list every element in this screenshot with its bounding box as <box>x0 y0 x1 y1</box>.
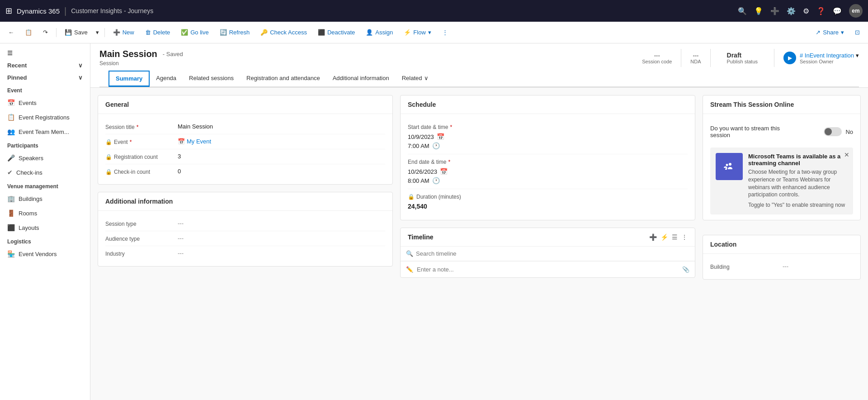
teams-close-button[interactable]: ✕ <box>844 151 849 158</box>
start-date-calendar-icon[interactable]: 📅 <box>437 133 444 140</box>
teams-title: Microsoft Teams is available as a stream… <box>748 153 848 167</box>
stream-toggle-label: Do you want to stream this session <box>710 125 783 138</box>
module-name: Customer Insights - Journeys <box>71 7 153 14</box>
timeline-add-icon[interactable]: ➕ <box>649 233 657 241</box>
additional-info-title: Additional information <box>98 192 392 211</box>
owner-info: # InEvent Integration ▾ Session Owner <box>800 52 859 64</box>
tab-agenda[interactable]: Agenda <box>150 70 183 87</box>
end-time-clock-icon[interactable]: 🕐 <box>432 177 440 184</box>
timeline-filter-icon[interactable]: ⚡ <box>660 233 668 241</box>
add-icon[interactable]: ➕ <box>770 7 779 15</box>
end-date-value[interactable]: 10/26/2023 <box>408 168 437 175</box>
sidebar-item-events[interactable]: 📅 Events <box>0 95 90 110</box>
building-value[interactable]: --- <box>783 263 853 270</box>
sidebar-item-vendors[interactable]: 🏪 Event Vendors <box>0 247 90 261</box>
checkaccess-button[interactable]: 🔑 Check Access <box>256 26 311 38</box>
share-button[interactable]: ↗ Share ▾ <box>811 26 849 38</box>
more-button[interactable]: ⋮ <box>438 26 453 38</box>
help-icon[interactable]: ❓ <box>816 7 826 15</box>
lightbulb-icon[interactable]: 💡 <box>754 7 763 15</box>
toggle-track[interactable] <box>824 127 842 136</box>
brand-separator: | <box>64 6 66 16</box>
timeline-note-row: ✏️ 📎 <box>401 261 695 277</box>
attachment-icon[interactable]: 📎 <box>682 266 689 273</box>
session-type-value[interactable]: --- <box>178 220 385 227</box>
stream-toggle-row: Do you want to stream this session No <box>710 119 853 144</box>
end-time-row: 8:00 AM 🕐 <box>408 177 688 184</box>
tab-additional-info[interactable]: Additional information <box>326 70 396 87</box>
settings-icon[interactable]: ⚙ <box>803 7 809 15</box>
sidebar-item-speakers[interactable]: 🎤 Speakers <box>0 151 90 165</box>
start-time-clock-icon[interactable]: 🕐 <box>432 142 440 149</box>
record-title: Main Session <box>99 49 157 59</box>
owner-name[interactable]: # InEvent Integration <box>800 52 854 59</box>
event-value[interactable]: 📅 My Event <box>178 138 385 145</box>
chat-icon[interactable]: 💬 <box>833 7 842 15</box>
save-dropdown-button[interactable]: ▾ <box>94 26 101 38</box>
additional-info-body: Session type --- Audience type --- Indus… <box>98 211 392 266</box>
timeline-search-input[interactable] <box>416 250 689 257</box>
start-date-value[interactable]: 10/9/2023 <box>408 133 434 140</box>
checkins-label: Check-ins <box>16 169 42 176</box>
audience-type-value[interactable]: --- <box>178 235 385 242</box>
schedule-card: Schedule Start date & time * 10/9/2023 📅 <box>400 95 695 220</box>
golive-button[interactable]: ✅ Go live <box>176 26 213 38</box>
tab-summary[interactable]: Summary <box>108 71 150 87</box>
sidebar-item-checkins[interactable]: ✔ Check-ins <box>0 165 90 180</box>
duration-value: 24,540 <box>408 203 688 210</box>
refresh-button[interactable]: 🔄 Refresh <box>215 26 255 38</box>
new-icon: ➕ <box>113 29 120 36</box>
sidebar-item-event-registrations[interactable]: 📋 Event Registrations <box>0 110 90 124</box>
user-avatar[interactable]: em <box>849 4 863 18</box>
timeline-more-icon[interactable]: ⋮ <box>681 233 688 241</box>
app-name: Dynamics 365 <box>17 7 60 15</box>
filter-icon[interactable]: ⚙️ <box>787 7 796 15</box>
new-button[interactable]: ➕ New <box>108 26 139 38</box>
tab-related[interactable]: Related ∨ <box>396 70 435 87</box>
end-date-calendar-icon[interactable]: 📅 <box>440 168 448 175</box>
session-code-label: Session code <box>642 59 672 64</box>
session-title-value[interactable]: Main Session <box>178 123 385 130</box>
duration-label: 🔒 Duration (minutes) <box>408 194 688 200</box>
checkin-count-value: 0 <box>178 168 385 175</box>
forward-button[interactable]: ↷ <box>38 26 52 38</box>
sidebar-collapse-toggle[interactable]: ☰ <box>0 47 90 59</box>
top-navigation-bar: ⊞ Dynamics 365 | Customer Insights - Jou… <box>0 0 868 22</box>
screen-expand-button[interactable]: ⊡ <box>850 26 864 38</box>
sidebar-item-event-team[interactable]: 👥 Event Team Mem... <box>0 124 90 139</box>
event-label: 🔒 Event * <box>105 138 178 145</box>
content-area: Main Session - Saved Session --- Session… <box>90 43 868 400</box>
tabs-bar: Summary Agenda Related sessions Registra… <box>99 70 859 87</box>
related-chevron: ∨ <box>424 75 429 81</box>
delete-button[interactable]: 🗑 Delete <box>141 26 175 38</box>
grid-icon[interactable]: ⊞ <box>5 6 12 16</box>
end-time-value[interactable]: 8:00 AM <box>408 177 429 184</box>
stream-toggle-switch[interactable]: No <box>824 127 853 136</box>
start-time-value[interactable]: 7:00 AM <box>408 143 429 149</box>
share-icon: ↗ <box>816 29 821 36</box>
recent-collapse[interactable]: Recent ∨ <box>0 59 90 71</box>
assign-button[interactable]: 👤 Assign <box>361 26 397 38</box>
back-button[interactable]: ← <box>4 26 19 38</box>
sidebar-item-rooms[interactable]: 🚪 Rooms <box>0 206 90 220</box>
owner-chevron[interactable]: ▾ <box>856 52 859 59</box>
sidebar-item-layouts[interactable]: ⬛ Layouts <box>0 220 90 235</box>
teams-desc: Choose Meeting for a two-way group exper… <box>748 168 848 199</box>
search-icon[interactable]: 🔍 <box>738 7 747 15</box>
meta-separator-1 <box>681 49 681 67</box>
industry-value[interactable]: --- <box>178 250 385 257</box>
tab-related-sessions[interactable]: Related sessions <box>183 70 240 87</box>
recent-chevron: ∨ <box>78 62 83 69</box>
tab-registration-attendance[interactable]: Registration and attendance <box>240 70 326 87</box>
general-body: Session title * Main Session 🔒 Event * <box>98 114 392 184</box>
deactivate-button[interactable]: ⬛ Deactivate <box>313 26 359 38</box>
pinned-collapse[interactable]: Pinned ∨ <box>0 71 90 84</box>
flow-icon: ⚡ <box>404 29 411 36</box>
timeline-note-input[interactable] <box>417 266 679 273</box>
page-view-button[interactable]: 📋 <box>20 26 37 38</box>
timeline-search-icon: 🔍 <box>406 250 413 257</box>
flow-button[interactable]: ⚡ Flow ▾ <box>399 26 435 38</box>
save-button[interactable]: 💾 Save <box>60 26 92 38</box>
sidebar-item-buildings[interactable]: 🏢 Buildings <box>0 191 90 206</box>
timeline-sort-icon[interactable]: ☰ <box>672 233 678 241</box>
